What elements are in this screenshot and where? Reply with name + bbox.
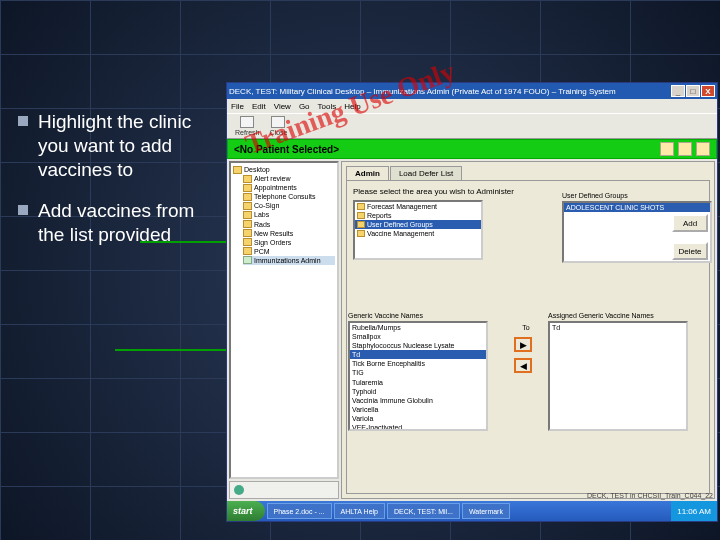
- list-item[interactable]: Staphylococcus Nuclease Lysate: [350, 341, 486, 350]
- folder-icon: [357, 230, 365, 237]
- list-item[interactable]: Variola: [350, 414, 486, 423]
- folder-icon: [243, 238, 252, 246]
- tree-item-selected[interactable]: Immunizations Admin: [243, 256, 335, 265]
- instruction-text: Highlight the clinic you want to add vac…: [38, 110, 218, 181]
- close-icon: [271, 116, 285, 128]
- list-item[interactable]: Varicella: [350, 405, 486, 414]
- folder-icon: [243, 193, 252, 201]
- folder-icon: [243, 229, 252, 237]
- window-title: DECK, TEST: Military Clinical Desktop – …: [229, 87, 616, 96]
- list-item[interactable]: Forecast Management: [355, 202, 481, 211]
- folder-icon: [243, 211, 252, 219]
- tab-pane-admin: Please select the area you wish to Admin…: [346, 180, 710, 494]
- list-item[interactable]: Vaccine Management: [355, 229, 481, 238]
- refresh-icon: [240, 116, 254, 128]
- folder-icon: [243, 184, 252, 192]
- instruction-item: Highlight the clinic you want to add vac…: [18, 110, 218, 181]
- tabstrip: Admin Load Defer List: [346, 166, 710, 180]
- menu-file[interactable]: File: [231, 102, 244, 111]
- bullet-icon: [18, 205, 28, 215]
- patient-banner: <No Patient Selected>: [227, 139, 717, 159]
- folder-icon: [233, 166, 242, 174]
- titlebar[interactable]: DECK, TEST: Military Clinical Desktop – …: [227, 83, 717, 99]
- move-right-button[interactable]: ▶: [514, 337, 532, 352]
- tab-load-defer[interactable]: Load Defer List: [390, 166, 462, 180]
- folder-icon: [357, 221, 365, 228]
- tree-item[interactable]: Co-Sign: [243, 201, 335, 210]
- close-tool-button[interactable]: Close: [270, 116, 288, 136]
- tree-item[interactable]: PCM: [243, 247, 335, 256]
- close-button[interactable]: X: [701, 85, 715, 97]
- main-panel: Admin Load Defer List Please select the …: [341, 161, 715, 499]
- menubar: File Edit View Go Tools Help: [227, 99, 717, 113]
- folder-icon: [357, 212, 365, 219]
- folder-icon: [357, 203, 365, 210]
- list-item-selected[interactable]: User Defined Groups: [355, 220, 481, 229]
- menu-view[interactable]: View: [274, 102, 291, 111]
- clock: 11:06 AM: [677, 507, 711, 516]
- area-listbox[interactable]: Forecast Management Reports User Defined…: [353, 200, 483, 260]
- tree-item[interactable]: Alert review: [243, 174, 335, 183]
- folder-icon: [243, 247, 252, 255]
- folder-icon: [243, 202, 252, 210]
- tree-item[interactable]: Telephone Consults: [243, 192, 335, 201]
- udg-label: User Defined Groups: [562, 192, 712, 199]
- tree-item[interactable]: Appointments: [243, 183, 335, 192]
- menu-help[interactable]: Help: [344, 102, 360, 111]
- toolbar: Refresh Close: [227, 113, 717, 139]
- tree-item[interactable]: New Results: [243, 229, 335, 238]
- assigned-vaccines-label: Assigned Generic Vaccine Names: [548, 312, 688, 319]
- group-buttons: Add Delete: [672, 214, 708, 260]
- taskbar-button[interactable]: Phase 2.doc - ...: [267, 503, 332, 519]
- move-left-button[interactable]: ◀: [514, 358, 532, 373]
- tab-admin[interactable]: Admin: [346, 166, 389, 180]
- list-item[interactable]: Rubella/Mumps: [350, 323, 486, 332]
- menu-tools[interactable]: Tools: [318, 102, 337, 111]
- add-button[interactable]: Add: [672, 214, 708, 232]
- flag-icon[interactable]: [696, 142, 710, 156]
- list-item[interactable]: VEE-Inactivated: [350, 423, 486, 431]
- list-item[interactable]: Vaccinia Immune Globulin: [350, 396, 486, 405]
- list-item[interactable]: TIG: [350, 368, 486, 377]
- status-dot-icon: [234, 485, 244, 495]
- list-item[interactable]: Typhoid: [350, 387, 486, 396]
- identity-text: DECK, TEST in CHCSII_Train_C044_22: [587, 492, 713, 499]
- bullet-icon: [18, 116, 28, 126]
- menu-go[interactable]: Go: [299, 102, 310, 111]
- tree-root[interactable]: Desktop: [233, 165, 335, 174]
- delete-button[interactable]: Delete: [672, 242, 708, 260]
- taskbar-button[interactable]: DECK, TEST: Mil...: [387, 503, 460, 519]
- udg-selected[interactable]: ADOLESCENT CLINIC SHOTS: [564, 203, 710, 212]
- refresh-button[interactable]: Refresh: [235, 116, 260, 136]
- tree-footer: [229, 481, 339, 499]
- minimize-button[interactable]: _: [671, 85, 685, 97]
- tree-item[interactable]: Labs: [243, 210, 335, 219]
- taskbar-button[interactable]: AHLTA Help: [334, 503, 385, 519]
- list-item[interactable]: Smallpox: [350, 332, 486, 341]
- tree-item[interactable]: Sign Orders: [243, 238, 335, 247]
- tree-item[interactable]: Rads: [243, 220, 335, 229]
- lock-icon[interactable]: [678, 142, 692, 156]
- list-item[interactable]: Tularemia: [350, 378, 486, 387]
- generic-vaccines-listbox[interactable]: Rubella/Mumps Smallpox Staphylococcus Nu…: [348, 321, 488, 431]
- list-item-selected[interactable]: Td: [350, 350, 486, 359]
- application-window: DECK, TEST: Military Clinical Desktop – …: [226, 82, 718, 522]
- banner-text: <No Patient Selected>: [234, 144, 339, 155]
- start-button[interactable]: start: [227, 501, 265, 521]
- taskbar: start Phase 2.doc - ... AHLTA Help DECK,…: [227, 501, 717, 521]
- system-tray[interactable]: 11:06 AM: [671, 501, 717, 521]
- module-icon: [243, 256, 252, 264]
- list-item[interactable]: Td: [550, 323, 686, 332]
- menu-edit[interactable]: Edit: [252, 102, 266, 111]
- folder-icon: [243, 220, 252, 228]
- folder-tree[interactable]: Desktop Alert review Appointments Teleph…: [229, 161, 339, 479]
- to-label: To: [514, 324, 538, 331]
- list-item[interactable]: Tick Borne Encephalitis: [350, 359, 486, 368]
- folder-icon: [243, 175, 252, 183]
- maximize-button[interactable]: □: [686, 85, 700, 97]
- taskbar-button[interactable]: Watermark: [462, 503, 510, 519]
- assigned-vaccines-listbox[interactable]: Td: [548, 321, 688, 431]
- list-item[interactable]: Reports: [355, 211, 481, 220]
- alert-icon[interactable]: [660, 142, 674, 156]
